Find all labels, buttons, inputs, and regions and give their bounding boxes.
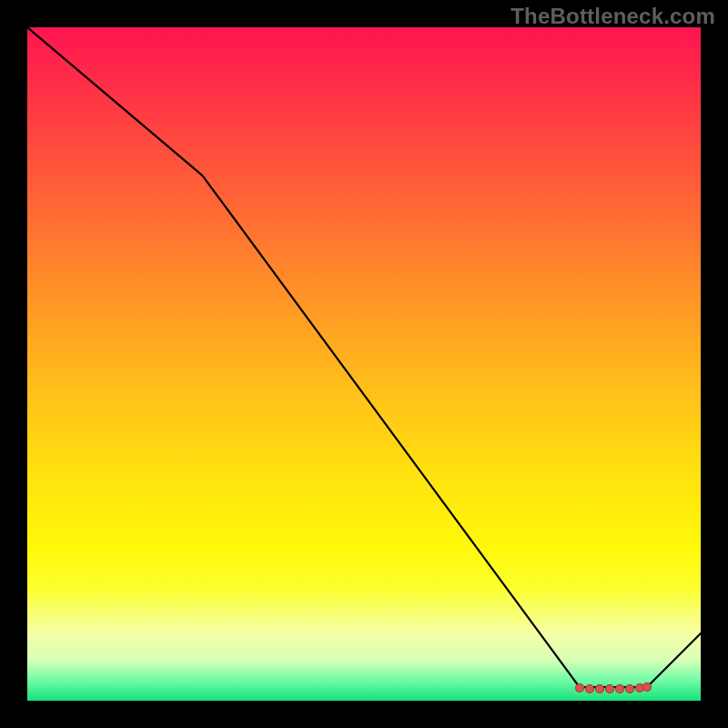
- data-marker: [585, 684, 594, 693]
- data-marker: [625, 684, 634, 693]
- watermark-text: TheBottleneck.com: [511, 4, 715, 29]
- data-marker: [642, 682, 652, 692]
- chart-stage: TheBottleneck.com: [0, 0, 728, 728]
- data-marker: [595, 684, 604, 693]
- data-marker: [605, 684, 614, 693]
- marker-layer: [27, 27, 701, 701]
- data-marker: [575, 683, 584, 693]
- plot-area: [27, 27, 701, 701]
- data-marker: [615, 684, 624, 693]
